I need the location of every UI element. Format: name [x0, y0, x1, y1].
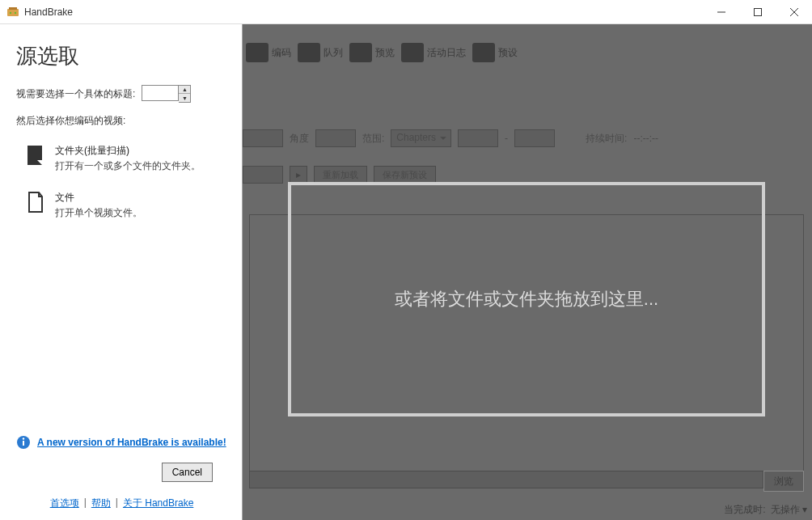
about-link[interactable]: 关于 HandBrake: [123, 497, 193, 510]
toolbar-preview-label: 预览: [375, 46, 395, 60]
angle-dd[interactable]: [315, 129, 356, 147]
status-bar: 当完成时: 无操作 ▾: [724, 503, 807, 517]
title-spinner: ▲ ▼: [142, 85, 191, 103]
title-select-label: 视需要选择一个具体的标题:: [16, 87, 135, 101]
svg-point-12: [23, 438, 24, 439]
spinner-down[interactable]: ▼: [179, 94, 190, 102]
spinner-up[interactable]: ▲: [179, 86, 190, 94]
svg-rect-5: [754, 8, 761, 15]
file-icon: [26, 191, 45, 213]
open-file-option[interactable]: 文件 打开单个视频文件。: [16, 186, 227, 225]
when-done-dd[interactable]: 无操作 ▾: [771, 503, 807, 517]
toolbar-preview[interactable]: 预览: [349, 43, 395, 62]
toolbar-activity-label: 活动日志: [427, 46, 466, 60]
source-panel-title: 源选取: [16, 42, 227, 70]
drop-message: 或者将文件或文件夹拖放到这里...: [395, 287, 658, 311]
range-label: 范围:: [362, 132, 384, 146]
svg-rect-0: [7, 9, 19, 16]
svg-point-3: [15, 11, 16, 13]
file-opt-sub: 打开单个视频文件。: [55, 206, 142, 220]
info-icon: [16, 435, 31, 450]
update-link[interactable]: A new version of HandBrake is available!: [37, 437, 226, 448]
close-button[interactable]: [776, 0, 812, 24]
toolbar-encode[interactable]: 编码: [246, 43, 291, 62]
maximize-button[interactable]: [739, 0, 776, 24]
toolbar-presets-label: 预设: [498, 46, 518, 60]
source-subtitle: 然后选择你想编码的视频:: [16, 114, 227, 128]
preset-dd[interactable]: [243, 166, 283, 184]
update-row: A new version of HandBrake is available!: [16, 435, 227, 450]
output-path-field[interactable]: [249, 471, 763, 488]
drop-zone[interactable]: 或者将文件或文件夹拖放到这里...: [288, 182, 765, 416]
app-icon: [6, 6, 19, 19]
bg-toolbar: 编码 队列 预览 活动日志 预设: [243, 32, 809, 73]
reload-button[interactable]: 重新加载: [314, 166, 367, 184]
help-link[interactable]: 帮助: [91, 497, 111, 510]
svg-rect-11: [23, 441, 24, 446]
activity-icon: [401, 43, 424, 62]
preview-icon: [349, 43, 372, 62]
duration-label: 持续时间:: [586, 132, 627, 146]
toolbar-queue[interactable]: 队列: [298, 43, 343, 62]
duration-value: --:--:--: [633, 133, 658, 144]
title-spinner-input[interactable]: [142, 85, 179, 101]
cancel-button[interactable]: Cancel: [162, 463, 213, 482]
window-title: HandBrake: [24, 6, 73, 18]
open-folder-option[interactable]: 文件夹(批量扫描) 打开有一个或多个文件的文件夹。: [16, 139, 227, 178]
bg-title-row: 角度 范围: Chapters - 持续时间: --:--:--: [243, 129, 804, 147]
title-select-row: 视需要选择一个具体的标题: ▲ ▼: [16, 85, 227, 103]
save-preset-button[interactable]: 保存新预设: [374, 166, 436, 184]
encode-icon: [246, 43, 269, 62]
preset-expand-button[interactable]: ▸: [290, 166, 307, 184]
toolbar-queue-label: 队列: [324, 46, 343, 60]
window-controls: [703, 0, 812, 24]
svg-point-2: [10, 11, 11, 13]
presets-icon: [472, 43, 495, 62]
bg-title-dd[interactable]: [243, 129, 283, 147]
svg-rect-1: [9, 7, 17, 10]
bg-output-row: 浏览: [249, 471, 804, 492]
toolbar-presets[interactable]: 预设: [472, 43, 518, 62]
file-opt-title: 文件: [55, 191, 142, 205]
folder-opt-title: 文件夹(批量扫描): [55, 144, 201, 158]
minimize-button[interactable]: [703, 0, 739, 24]
status-label: 当完成时:: [724, 503, 765, 517]
source-panel: 源选取 视需要选择一个具体的标题: ▲ ▼ 然后选择你想编码的视频: 文件夹(批…: [0, 24, 243, 520]
toolbar-encode-label: 编码: [272, 46, 291, 60]
range-start-dd[interactable]: [458, 129, 498, 147]
titlebar: HandBrake: [0, 0, 812, 24]
toolbar-activity[interactable]: 活动日志: [401, 43, 466, 62]
bg-preset-row: ▸ 重新加载 保存新预设: [243, 166, 436, 184]
angle-label: 角度: [290, 132, 309, 146]
folder-icon: [26, 144, 45, 167]
prefs-link[interactable]: 首选项: [50, 497, 79, 510]
browse-button[interactable]: 浏览: [763, 471, 804, 492]
queue-icon: [298, 43, 320, 62]
range-end-dd[interactable]: [514, 129, 555, 147]
bottom-links: 首选项 | 帮助 | 关于 HandBrake: [16, 497, 227, 510]
range-dash: -: [505, 133, 508, 144]
range-type-dd[interactable]: Chapters: [391, 129, 451, 147]
folder-opt-sub: 打开有一个或多个文件的文件夹。: [55, 159, 201, 173]
